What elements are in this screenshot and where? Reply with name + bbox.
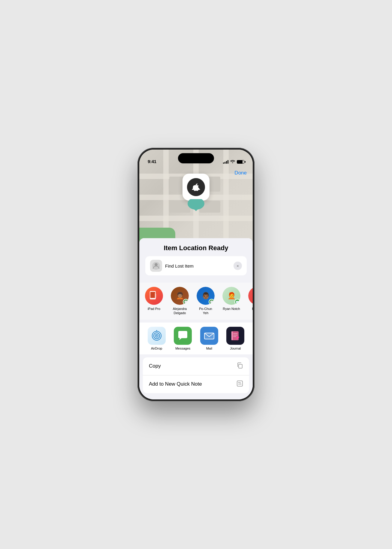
- share-sheet-title: Item Location Ready: [145, 244, 247, 252]
- copy-action[interactable]: Copy: [143, 357, 249, 375]
- svg-rect-14: [232, 331, 239, 340]
- quick-note-label: Add to New Quick Note: [149, 381, 202, 387]
- find-lost-item-label: Find Lost Item: [165, 263, 194, 268]
- contact-ipad-pro[interactable]: iPad Pro: [143, 287, 164, 315]
- ipad-pro-name: iPad Pro: [148, 307, 160, 311]
- svg-rect-15: [231, 331, 233, 340]
- pochun-avatar: 👨🏾 💬: [197, 287, 215, 305]
- share-sheet: Item Location Ready Find Lost Item: [139, 238, 253, 399]
- contact-pochun[interactable]: 👨🏾 💬 Po-ChunYeh: [195, 287, 216, 315]
- alejandra-avatar: 🧑🏽‍🦱 💬: [171, 287, 189, 305]
- svg-point-3: [155, 263, 158, 266]
- contacts-row: iPad Pro 🧑🏽‍🦱 💬 AlejandraDelgado 👨: [143, 287, 253, 315]
- apps-row: AirDrop Messages: [143, 327, 249, 350]
- svg-rect-5: [150, 292, 155, 298]
- ipad-pro-avatar: [145, 287, 163, 305]
- airtag-pin: [182, 174, 210, 211]
- wifi-icon: [230, 159, 235, 164]
- airdrop-icon: [148, 327, 166, 345]
- messages-icon: [174, 327, 192, 345]
- svg-rect-12: [204, 332, 214, 339]
- actions-section: Copy Add to New Quick Note: [143, 357, 249, 393]
- signal-icon: [223, 160, 228, 164]
- mail-icon: [200, 327, 218, 345]
- alejandra-msg-badge: 💬: [183, 299, 189, 305]
- phone-device: 9:41: [137, 148, 255, 401]
- buena-avatar: 5: [248, 287, 253, 305]
- pochun-name: Po-ChunYeh: [199, 307, 212, 315]
- share-app-info: Find Lost Item: [150, 260, 194, 272]
- mail-label: Mail: [206, 347, 212, 350]
- ryan-msg-badge: ✉️: [234, 299, 240, 305]
- app-airdrop[interactable]: AirDrop: [146, 327, 167, 350]
- quick-note-icon: [237, 380, 243, 388]
- status-time: 9:41: [148, 159, 156, 164]
- messages-label: Messages: [175, 347, 190, 350]
- copy-label: Copy: [149, 363, 161, 369]
- quick-note-action[interactable]: Add to New Quick Note: [143, 375, 249, 393]
- contact-buena[interactable]: 5 Buen...: [247, 287, 253, 315]
- airtag-icon: [182, 174, 210, 201]
- svg-point-6: [152, 298, 153, 299]
- dynamic-island: [178, 153, 214, 163]
- phone-screen: 9:41: [139, 150, 253, 399]
- journal-icon: [226, 327, 244, 345]
- alejandra-name: AlejandraDelgado: [173, 307, 187, 315]
- svg-point-10: [156, 335, 157, 336]
- ryan-avatar: 🧑‍🦰 ✉️: [222, 287, 240, 305]
- apps-section: AirDrop Messages: [139, 323, 253, 354]
- ryan-name: Ryan Notch: [223, 307, 240, 311]
- share-header: Item Location Ready Find Lost Item: [139, 238, 253, 283]
- app-messages[interactable]: Messages: [172, 327, 193, 350]
- app-journal[interactable]: Journal: [225, 327, 246, 350]
- copy-icon: [237, 362, 243, 370]
- find-item-icon: [150, 260, 162, 272]
- airdrop-label: AirDrop: [151, 347, 162, 350]
- battery-icon: [237, 160, 244, 164]
- svg-rect-19: [239, 364, 242, 368]
- contact-ryan[interactable]: 🧑‍🦰 ✉️ Ryan Notch: [221, 287, 242, 315]
- share-app-row: Find Lost Item ×: [145, 256, 247, 275]
- buena-name: Buen...: [252, 307, 253, 311]
- app-mail[interactable]: Mail: [199, 327, 220, 350]
- share-close-button[interactable]: ×: [234, 262, 242, 270]
- pochun-msg-badge: 💬: [209, 299, 215, 305]
- status-icons: [223, 159, 244, 164]
- contact-alejandra[interactable]: 🧑🏽‍🦱 💬 AlejandraDelgado: [169, 287, 190, 315]
- contacts-section: iPad Pro 🧑🏽‍🦱 💬 AlejandraDelgado 👨: [139, 283, 253, 320]
- journal-label: Journal: [230, 347, 241, 350]
- svg-rect-20: [237, 381, 243, 386]
- done-button[interactable]: Done: [234, 170, 247, 176]
